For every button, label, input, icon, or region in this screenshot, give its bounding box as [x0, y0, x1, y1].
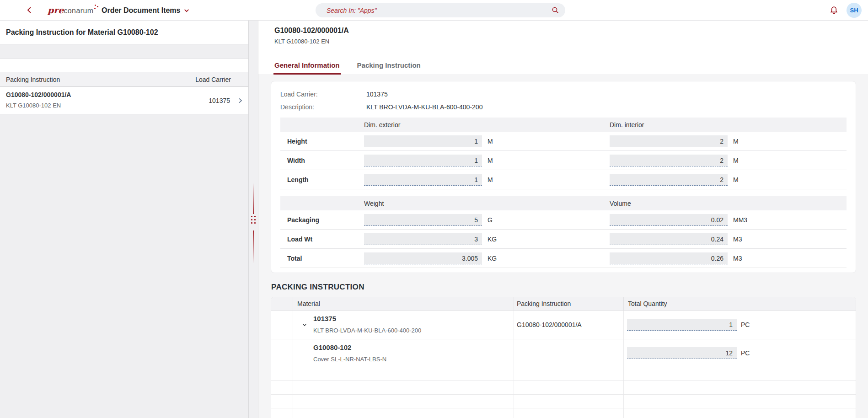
tab-packing-instruction[interactable]: Packing Instruction	[356, 58, 422, 75]
material-id: G10080-102	[313, 343, 351, 351]
packing-table-header: Material Packing Instruction Total Quant…	[271, 297, 856, 311]
master-blank-band	[0, 59, 248, 72]
load-carrier-value: 101375	[366, 91, 388, 98]
dim-exterior-header: Dim. exterior	[364, 121, 482, 129]
weight-volume-header-row: Weight Volume	[280, 196, 847, 210]
packing-instruction-section-title: PACKING INSTRUCTION	[271, 283, 856, 292]
page: preconarum Order Document Items Search I…	[0, 0, 868, 418]
detail-header: G10080-102/000001/A KLT G10080-102 EN Ge…	[258, 21, 868, 75]
load-wt-weight-unit: KG	[482, 236, 610, 243]
logo-pre-text: pre	[48, 5, 64, 15]
width-exterior-unit: M	[482, 157, 610, 164]
bell-icon[interactable]	[830, 6, 838, 15]
dimensions-header-row: Dim. exterior Dim. interior	[280, 118, 847, 132]
row-select-cell[interactable]	[271, 339, 293, 367]
length-interior-input[interactable]: 2	[610, 174, 728, 186]
chevron-left-icon	[26, 6, 34, 14]
load-wt-volume-unit: M3	[728, 236, 847, 243]
master-list-item[interactable]: G10080-102/000001/A KLT G10080-102 EN 10…	[0, 87, 248, 114]
detail-panel: G10080-102/000001/A KLT G10080-102 EN Ge…	[258, 21, 868, 418]
shell-right-group: SH	[830, 0, 862, 21]
packaging-weight-unit: G	[482, 216, 610, 224]
packing-table-row[interactable]: G10080-102 Cover SL-L-NR-NAT-LBS-N 12 PC	[271, 339, 856, 367]
total-row: Total 3.005 KG 0.26 M3	[280, 249, 847, 268]
logo-dots-icon	[93, 4, 99, 13]
packing-instruction-card: Material Packing Instruction Total Quant…	[271, 297, 856, 418]
splitter-accent-line-bottom	[253, 230, 254, 263]
width-label: Width	[280, 157, 364, 164]
total-label: Total	[280, 255, 364, 262]
quantity-input[interactable]: 12	[627, 347, 737, 359]
chevron-down-icon	[183, 7, 190, 14]
quantity-cell: 1 PC	[624, 311, 856, 339]
load-wt-volume-input[interactable]: 0.24	[610, 233, 728, 245]
tab-general-information[interactable]: General Information	[273, 58, 341, 75]
chevron-down-icon[interactable]	[301, 322, 308, 328]
description-row: Description: KLT BRO-LVDA-M-KU-BLA-600-4…	[280, 101, 847, 113]
description-value: KLT BRO-LVDA-M-KU-BLA-600-400-200	[366, 103, 482, 111]
packing-instruction-cell	[514, 339, 624, 367]
list-item-subtitle: KLT G10080-102 EN	[6, 102, 61, 109]
detail-subtitle: KLT G10080-102 EN	[274, 38, 329, 45]
height-interior-input[interactable]: 2	[610, 135, 728, 147]
packing-col-material: Material	[293, 297, 514, 310]
master-toolbar-gap	[0, 44, 248, 59]
load-carrier-label: Load Carrier:	[280, 91, 366, 98]
width-interior-unit: M	[728, 157, 847, 164]
app-title-menu[interactable]: Order Document Items	[102, 0, 190, 21]
packing-table-row[interactable]: 101375 KLT BRO-LVDA-M-KU-BLA-600-400-200…	[271, 311, 856, 339]
material-description: KLT BRO-LVDA-M-KU-BLA-600-400-200	[313, 327, 421, 334]
master-panel: Packing Instruction for Material G10080-…	[0, 21, 248, 418]
back-button[interactable]	[26, 6, 34, 14]
detail-tabs: General Information Packing Instruction	[273, 58, 422, 75]
load-wt-label: Load Wt	[280, 236, 364, 243]
total-volume-input[interactable]: 0.26	[610, 252, 728, 264]
quantity-unit: PC	[737, 349, 750, 357]
packing-table-empty-row	[271, 395, 856, 408]
total-weight-unit: KG	[482, 255, 610, 262]
quantity-cell: 12 PC	[624, 339, 856, 367]
packaging-row: Packaging 5 G 0.02 MM3	[280, 210, 847, 230]
height-exterior-input[interactable]: 1	[364, 135, 482, 147]
material-id: 101375	[313, 315, 336, 322]
panel-splitter[interactable]	[248, 21, 258, 418]
weight-header: Weight	[364, 200, 482, 207]
packaging-volume-input[interactable]: 0.02	[610, 214, 728, 226]
width-exterior-input[interactable]: 1	[364, 155, 482, 166]
total-volume-unit: M3	[728, 255, 847, 262]
search-input[interactable]: Search In: "Apps"	[316, 3, 565, 17]
height-label: Height	[280, 138, 364, 145]
material-description: Cover SL-L-NR-NAT-LBS-N	[313, 356, 386, 363]
packaging-weight-input[interactable]: 5	[364, 214, 482, 226]
height-interior-unit: M	[728, 138, 847, 145]
load-wt-weight-input[interactable]: 3	[364, 233, 482, 245]
length-row: Length 1 M 2 M	[280, 170, 847, 189]
packing-instruction-cell: G10080-102/000001/A	[514, 311, 624, 339]
height-exterior-unit: M	[482, 138, 610, 145]
quantity-input[interactable]: 1	[627, 319, 737, 331]
row-select-cell[interactable]	[271, 311, 293, 339]
material-cell: G10080-102 Cover SL-L-NR-NAT-LBS-N	[293, 339, 514, 367]
company-logo[interactable]: preconarum	[48, 4, 99, 16]
packing-select-column-header	[271, 297, 293, 310]
total-weight-input[interactable]: 3.005	[364, 252, 482, 264]
user-avatar[interactable]: SH	[847, 3, 862, 18]
list-item-title: G10080-102/000001/A	[6, 91, 71, 98]
description-label: Description:	[280, 103, 366, 111]
length-exterior-unit: M	[482, 176, 610, 183]
width-interior-input[interactable]: 2	[610, 155, 728, 166]
volume-header: Volume	[610, 200, 728, 207]
detail-content: Load Carrier: 101375 Description: KLT BR…	[258, 75, 868, 418]
load-wt-row: Load Wt 3 KG 0.24 M3	[280, 230, 847, 249]
logo-rest-text: conarum	[64, 7, 93, 15]
height-row: Height 1 M 2 M	[280, 132, 847, 151]
dim-interior-header: Dim. interior	[610, 121, 728, 129]
shell-bar: preconarum Order Document Items Search I…	[0, 0, 868, 21]
width-row: Width 1 M 2 M	[280, 151, 847, 170]
splitter-grip-icon[interactable]	[251, 216, 256, 229]
magnifier-icon[interactable]	[552, 6, 559, 14]
packaging-label: Packaging	[280, 216, 364, 224]
master-title: Packing Instruction for Material G10080-…	[6, 28, 158, 37]
packaging-volume-unit: MM3	[728, 216, 847, 224]
length-exterior-input[interactable]: 1	[364, 174, 482, 186]
